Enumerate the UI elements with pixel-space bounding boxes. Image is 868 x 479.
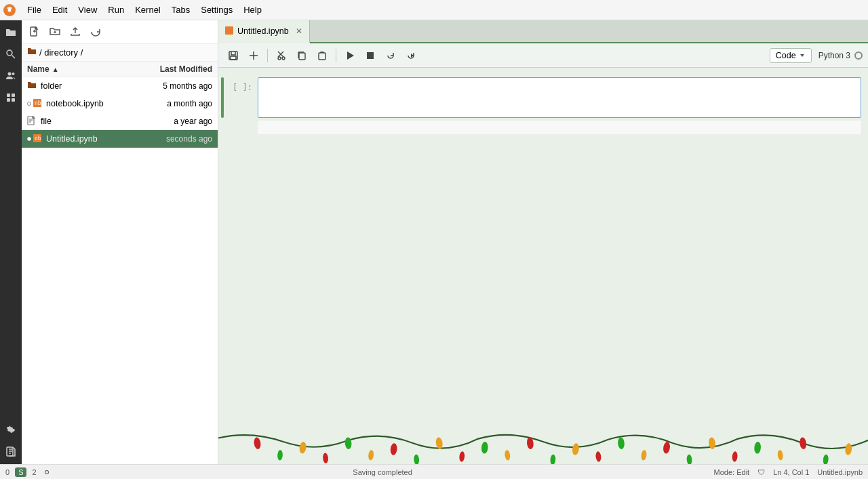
- copy-button[interactable]: [292, 46, 311, 65]
- sort-arrow-icon: ▲: [52, 66, 59, 73]
- breadcrumb-folder-icon: [27, 47, 37, 58]
- output-row: [218, 121, 868, 134]
- cut-button[interactable]: [272, 46, 291, 65]
- menu-run[interactable]: Run: [102, 3, 130, 16]
- sidebar-search-btn[interactable]: [1, 45, 20, 64]
- svg-point-37: [617, 437, 625, 450]
- icon-sidebar: [0, 20, 22, 464]
- svg-point-21: [278, 57, 281, 60]
- sidebar-users-btn[interactable]: [1, 66, 20, 85]
- cell-type-selector[interactable]: Code: [770, 48, 812, 63]
- cell-row: [ ]:: [218, 77, 868, 118]
- python-indicator: Python 3: [818, 51, 863, 60]
- svg-point-38: [663, 441, 671, 455]
- notebook-area: Untitled.ipynb ✕: [218, 20, 868, 464]
- status-right: Mode: Edit 🛡 Ln 4, Col 1 Untitled.ipynb: [714, 468, 863, 476]
- status-bar: 0 S 2 Saving completed Mode: Edit 🛡 Ln 4…: [0, 464, 868, 479]
- svg-point-35: [526, 437, 534, 450]
- svg-point-47: [459, 451, 465, 462]
- svg-point-54: [777, 450, 783, 461]
- new-file-button[interactable]: [26, 23, 43, 41]
- menu-view[interactable]: View: [73, 3, 102, 16]
- refresh-button[interactable]: [87, 23, 104, 41]
- add-cell-button[interactable]: [244, 46, 263, 65]
- svg-marker-25: [347, 51, 354, 60]
- stop-button[interactable]: [361, 46, 380, 65]
- svg-point-32: [390, 443, 398, 456]
- svg-rect-23: [299, 53, 305, 60]
- edit-mode: Mode: Edit: [714, 468, 750, 476]
- svg-point-41: [799, 437, 807, 450]
- svg-rect-26: [367, 52, 374, 59]
- menu-file[interactable]: File: [22, 3, 47, 16]
- svg-point-46: [414, 454, 420, 464]
- svg-point-39: [708, 437, 716, 450]
- status-zero: 0: [5, 468, 9, 476]
- svg-point-45: [368, 450, 374, 461]
- list-item[interactable]: folder 5 months ago: [22, 77, 218, 95]
- file-modified: a month ago: [138, 99, 212, 108]
- menu-tabs[interactable]: Tabs: [166, 3, 195, 16]
- svg-point-52: [686, 454, 692, 464]
- svg-point-2: [7, 50, 12, 56]
- file-list-header: Name ▲ Last Modified: [22, 62, 218, 77]
- breadcrumb: / directory /: [22, 44, 218, 62]
- file-toolbar: [22, 20, 218, 44]
- restart-button[interactable]: [381, 46, 400, 65]
- menu-kernel[interactable]: Kernel: [130, 3, 166, 16]
- save-button[interactable]: [224, 46, 243, 65]
- file-icon: [27, 116, 37, 127]
- file-modified: a year ago: [138, 117, 212, 126]
- notebook-tab[interactable]: Untitled.ipynb ✕: [218, 20, 310, 43]
- upload-button[interactable]: [66, 23, 84, 41]
- new-folder-button[interactable]: [46, 23, 64, 41]
- status-s-badge: S: [15, 467, 26, 477]
- svg-point-48: [504, 450, 511, 461]
- menu-edit[interactable]: Edit: [47, 3, 73, 16]
- restart-run-button[interactable]: [401, 46, 420, 65]
- svg-point-49: [550, 454, 556, 464]
- svg-rect-8: [7, 98, 10, 102]
- sidebar-folder-btn[interactable]: [1, 23, 20, 42]
- cell-input[interactable]: [258, 77, 861, 118]
- list-item[interactable]: nb notebook.ipynb a month ago: [22, 95, 218, 112]
- cell-prompt: [ ]:: [224, 77, 258, 92]
- tab-label: Untitled.ipynb: [237, 26, 289, 36]
- status-left: 0 S 2: [5, 467, 52, 477]
- svg-point-51: [641, 450, 648, 461]
- menu-help[interactable]: Help: [238, 3, 267, 16]
- col-name-header[interactable]: Name ▲: [27, 64, 131, 74]
- svg-point-42: [844, 443, 852, 456]
- run-button[interactable]: [340, 46, 359, 65]
- file-modified: seconds ago: [138, 134, 212, 144]
- christmas-lights: [218, 427, 868, 464]
- settings-cog-icon: [42, 467, 52, 477]
- svg-point-29: [253, 437, 261, 450]
- svg-point-43: [277, 450, 283, 461]
- sidebar-settings-btn[interactable]: [1, 421, 20, 440]
- menu-bar: File Edit View Run Kernel Tabs Settings …: [0, 0, 868, 20]
- tab-close-button[interactable]: ✕: [296, 26, 302, 36]
- status-two: 2: [32, 468, 36, 476]
- paste-button[interactable]: [313, 46, 332, 65]
- folder-icon: [27, 81, 37, 92]
- svg-point-1: [8, 8, 12, 12]
- col-modified-header[interactable]: Last Modified: [131, 64, 212, 74]
- file-name: notebook.ipynb: [46, 99, 138, 108]
- svg-point-44: [323, 453, 329, 463]
- svg-point-4: [8, 72, 12, 76]
- notebook-icon: nb: [33, 98, 42, 110]
- sidebar-extensions-btn[interactable]: [1, 88, 20, 107]
- menu-settings[interactable]: Settings: [195, 3, 238, 16]
- file-modified: 5 months ago: [138, 81, 212, 91]
- list-item[interactable]: nb Untitled.ipynb seconds ago: [22, 130, 218, 148]
- list-item[interactable]: file a year ago: [22, 112, 218, 130]
- notebook-toolbar: Code Python 3: [218, 43, 868, 68]
- svg-text:nb: nb: [35, 100, 41, 106]
- app-logo: [3, 3, 16, 17]
- svg-point-50: [595, 451, 601, 462]
- sidebar-files-btn[interactable]: [1, 442, 20, 461]
- open-indicator: [27, 102, 31, 106]
- svg-rect-24: [319, 53, 326, 60]
- svg-point-30: [298, 441, 307, 454]
